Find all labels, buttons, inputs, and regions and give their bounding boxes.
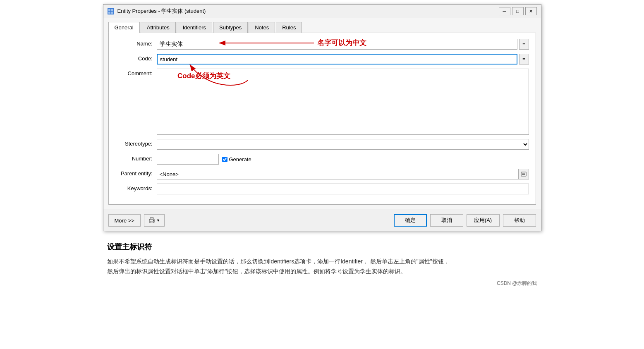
keywords-input-wrap xyxy=(157,184,529,194)
svg-rect-4 xyxy=(111,12,113,14)
number-row-inner: Generate xyxy=(157,154,251,165)
help-button[interactable]: 帮助 xyxy=(503,214,536,227)
svg-rect-11 xyxy=(522,173,525,174)
generate-checkbox-label: Generate xyxy=(222,156,251,163)
number-label: Number: xyxy=(115,154,157,162)
parent-entity-input-wrap xyxy=(157,169,529,179)
name-input-wrap: = 名字可以为中文 xyxy=(157,39,529,50)
generate-label: Generate xyxy=(229,156,251,163)
dialog-body: General Attributes Identifiers Subtypes … xyxy=(103,18,541,210)
comment-textarea[interactable] xyxy=(157,69,529,135)
button-bar: More >> ▼ 确定 取消 应用(A) 帮助 xyxy=(103,210,541,231)
print-dropdown-arrow: ▼ xyxy=(156,218,160,222)
article: 设置主标识符 如果不希望系统自动生成标识符而是手动设置的话，那么切换到Ident… xyxy=(103,235,541,291)
title-bar: Entity Properties - 学生实体 (student) ─ □ ✕ xyxy=(103,5,541,18)
parent-entity-row: Parent entity: xyxy=(115,169,529,179)
form-area: Name: = 名字可以为中文 xyxy=(108,33,536,205)
tab-attributes[interactable]: Attributes xyxy=(141,22,176,33)
keywords-row: Keywords: xyxy=(115,184,529,194)
confirm-button[interactable]: 确定 xyxy=(394,214,427,227)
window-title: Entity Properties - 学生实体 (student) xyxy=(117,7,206,15)
tab-identifiers[interactable]: Identifiers xyxy=(177,22,212,33)
comment-input-wrap xyxy=(157,69,529,135)
generate-checkbox[interactable] xyxy=(222,157,227,162)
parent-entity-input[interactable] xyxy=(157,169,518,179)
tab-rules[interactable]: Rules xyxy=(276,22,302,33)
code-input-wrap: = Code必须为英文 xyxy=(157,54,529,65)
cancel-button[interactable]: 取消 xyxy=(430,214,463,227)
number-input[interactable] xyxy=(157,154,219,165)
print-button[interactable]: ▼ xyxy=(144,214,165,227)
more-button[interactable]: More >> xyxy=(108,214,141,227)
keywords-label: Keywords: xyxy=(115,184,157,191)
name-input[interactable] xyxy=(157,39,517,50)
name-extra-button[interactable]: = xyxy=(519,39,529,50)
svg-rect-15 xyxy=(150,221,153,223)
title-bar-left: Entity Properties - 学生实体 (student) xyxy=(108,7,206,15)
svg-rect-12 xyxy=(522,174,525,175)
close-button[interactable]: ✕ xyxy=(525,7,537,15)
stereotype-select-wrap xyxy=(157,139,529,150)
stereotype-label: Stereotype: xyxy=(115,139,157,147)
code-label: Code: xyxy=(115,54,157,62)
restore-button[interactable]: □ xyxy=(512,7,524,15)
window-icon xyxy=(108,8,114,14)
apply-button[interactable]: 应用(A) xyxy=(467,214,500,227)
stereotype-select[interactable] xyxy=(157,139,529,150)
tab-subtypes[interactable]: Subtypes xyxy=(213,22,248,33)
article-body-line2: 然后弹出的标识属性设置对话框中单击"添加行"按钮，选择该标识中使用的属性。例如将… xyxy=(107,267,537,277)
code-input[interactable] xyxy=(157,54,517,65)
browse-icon xyxy=(521,171,527,177)
tab-general[interactable]: General xyxy=(108,22,140,33)
printer-icon xyxy=(148,217,155,224)
svg-rect-3 xyxy=(108,12,110,14)
tab-notes[interactable]: Notes xyxy=(249,22,275,33)
entity-properties-window: Entity Properties - 学生实体 (student) ─ □ ✕… xyxy=(103,4,541,231)
minimize-button[interactable]: ─ xyxy=(499,7,510,15)
article-body: 如果不希望系统自动生成标识符而是手动设置的话，那么切换到Identifiers选… xyxy=(107,257,537,277)
code-extra-button[interactable]: = xyxy=(519,54,529,65)
article-heading: 设置主标识符 xyxy=(107,242,537,252)
name-row: Name: = 名字可以为中文 xyxy=(115,39,529,50)
number-row: Number: Generate xyxy=(115,154,529,165)
code-row: Code: = Code必须为英文 xyxy=(115,54,529,65)
stereotype-row: Stereotype: xyxy=(115,139,529,150)
article-body-line1: 如果不希望系统自动生成标识符而是手动设置的话，那么切换到Identifiers选… xyxy=(107,257,537,267)
title-buttons: ─ □ ✕ xyxy=(499,7,537,15)
parent-entity-browse-button[interactable] xyxy=(518,169,529,179)
parent-entity-label: Parent entity: xyxy=(115,169,157,177)
svg-rect-1 xyxy=(108,9,110,11)
tabs-bar: General Attributes Identifiers Subtypes … xyxy=(108,22,536,33)
svg-rect-2 xyxy=(111,9,113,11)
name-label: Name: xyxy=(115,39,157,47)
svg-rect-16 xyxy=(153,220,154,221)
comment-row: Comment: xyxy=(115,69,529,135)
comment-label: Comment: xyxy=(115,69,157,76)
keywords-input[interactable] xyxy=(157,184,529,194)
svg-rect-14 xyxy=(150,218,153,220)
article-footer: CSDN @赤脚的我 xyxy=(107,280,537,287)
